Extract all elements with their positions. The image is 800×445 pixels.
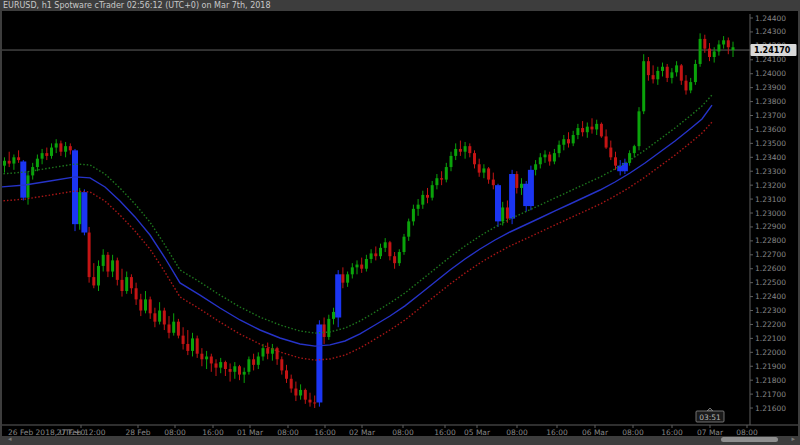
price-axis-label: 1.22700 xyxy=(755,250,786,259)
candle xyxy=(464,146,467,152)
candle xyxy=(285,370,288,378)
candle xyxy=(666,67,669,78)
candle xyxy=(41,153,44,159)
price-axis-label: 1.23400 xyxy=(755,153,786,162)
ctrader-window: EURUSD, h1 Spotware cTrader 02:56:12 (UT… xyxy=(0,0,800,445)
candle xyxy=(299,390,302,396)
candle xyxy=(722,40,725,44)
candle xyxy=(72,150,78,224)
candle xyxy=(393,256,396,263)
scroll-right-button[interactable]: ▸ xyxy=(791,435,795,443)
candle xyxy=(130,277,133,288)
time-axis-label: 07 Mar xyxy=(697,428,724,436)
candle xyxy=(78,192,81,224)
candle xyxy=(680,65,683,80)
candle xyxy=(229,369,232,372)
candle xyxy=(224,362,227,369)
candle xyxy=(313,402,316,403)
candle xyxy=(431,185,434,198)
chart-scrollbar[interactable]: ◂ ▸ xyxy=(2,436,798,443)
candle xyxy=(638,111,641,146)
candle xyxy=(125,277,128,291)
price-axis-label: 1.22900 xyxy=(755,222,786,231)
candle xyxy=(595,124,598,130)
candle xyxy=(398,252,401,263)
price-axis-label: 1.21700 xyxy=(755,390,786,399)
candle xyxy=(628,153,631,163)
candle xyxy=(111,260,114,271)
candle xyxy=(652,75,655,79)
candle xyxy=(581,128,584,132)
candle xyxy=(647,61,650,75)
candle xyxy=(280,359,283,370)
candle xyxy=(59,143,62,151)
candle xyxy=(243,372,246,375)
candle xyxy=(534,164,537,170)
price-axis-label: 1.24300 xyxy=(755,27,786,36)
price-axis-label: 1.23200 xyxy=(755,181,786,190)
candle xyxy=(482,168,485,172)
time-axis-label: 27 Feb 12:00 xyxy=(56,428,105,436)
candle xyxy=(88,233,91,278)
price-axis-label: 1.22300 xyxy=(755,306,786,315)
candle xyxy=(346,274,349,282)
candle xyxy=(97,266,100,286)
chart-title: EURUSD, h1 Spotware cTrader 02:56:12 (UT… xyxy=(3,1,271,10)
candle xyxy=(172,322,175,333)
price-axis-label: 1.22400 xyxy=(755,292,786,301)
candle xyxy=(186,344,189,351)
candle xyxy=(506,207,509,218)
candle xyxy=(304,390,307,400)
candle xyxy=(562,139,565,145)
candle xyxy=(567,139,570,143)
bar-countdown-notch xyxy=(707,408,713,411)
candle xyxy=(64,146,67,152)
candle xyxy=(332,312,335,319)
candle xyxy=(492,180,495,186)
candle xyxy=(341,274,344,282)
candle xyxy=(177,322,180,336)
price-chart[interactable]: 1.244001.243001.242001.241001.240001.239… xyxy=(2,11,798,436)
candle xyxy=(426,195,429,198)
candle xyxy=(473,153,476,164)
price-axis-label: 1.23800 xyxy=(755,97,786,106)
price-axis-label: 1.23500 xyxy=(755,139,786,148)
candle xyxy=(92,277,95,285)
candle xyxy=(727,40,730,47)
time-axis-label: 08:00 xyxy=(164,428,186,436)
price-axis-label: 1.22000 xyxy=(755,348,786,357)
scroll-left-button[interactable]: ◂ xyxy=(8,435,12,443)
candle xyxy=(548,155,551,162)
price-axis-label: 1.24400 xyxy=(755,14,786,23)
price-axis-label: 1.24100 xyxy=(755,55,786,64)
candle xyxy=(403,237,406,252)
scrollbar-thumb[interactable] xyxy=(721,437,778,442)
candle xyxy=(55,143,58,147)
time-axis-label: 08:00 xyxy=(622,428,644,436)
candle xyxy=(106,255,109,272)
candle xyxy=(121,280,124,291)
candle xyxy=(139,299,142,310)
candle xyxy=(605,136,608,147)
candle xyxy=(713,51,716,57)
candle xyxy=(445,167,448,180)
candle xyxy=(158,311,161,322)
candle xyxy=(36,159,39,167)
candle xyxy=(290,379,293,389)
candle xyxy=(435,178,438,185)
time-axis-label: 16:00 xyxy=(314,428,336,436)
candle xyxy=(417,205,420,209)
candle xyxy=(153,313,156,321)
time-axis-label: 08:00 xyxy=(506,428,528,436)
candle xyxy=(3,161,6,166)
candle xyxy=(670,72,673,78)
candle xyxy=(576,128,579,135)
current-price-label: 1.24170 xyxy=(754,46,791,55)
candle xyxy=(81,192,87,232)
price-axis-label: 1.21900 xyxy=(755,362,786,371)
candle xyxy=(182,336,185,344)
candle xyxy=(247,359,250,372)
candle xyxy=(440,178,443,179)
candle xyxy=(356,265,359,268)
time-axis-label: 16:00 xyxy=(202,428,224,436)
